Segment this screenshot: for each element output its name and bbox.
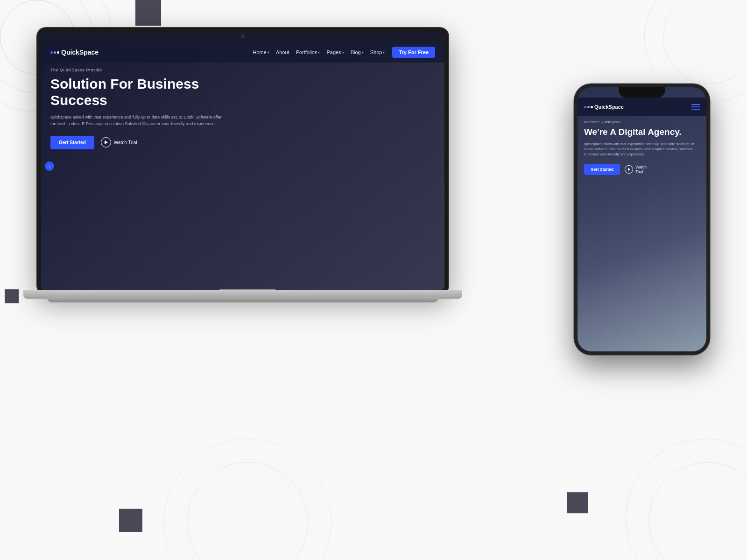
- phone-logo-text: QuickSpace: [594, 104, 624, 110]
- phone-outer-frame: QuickSpace Welcome QuickSpace We're A Di…: [574, 84, 710, 355]
- nav-about[interactable]: About: [276, 49, 289, 55]
- play-triangle-icon: [105, 140, 108, 144]
- phone-hero-description: quickspace asked with vast experience an…: [584, 141, 700, 157]
- nav-home[interactable]: Home ▾: [253, 49, 269, 55]
- main-container: QuickSpace Home ▾ About Portfolios: [37, 28, 710, 523]
- laptop-nav-links: Home ▾ About Portfolios ▾ Page: [253, 49, 385, 55]
- shop-chevron: ▾: [383, 50, 385, 55]
- laptop-camera: [241, 35, 245, 38]
- hamburger-line-2: [691, 106, 700, 107]
- hamburger-line-1: [691, 104, 700, 105]
- laptop-base-bottom: [47, 297, 439, 302]
- nav-shop[interactable]: Shop ▾: [370, 49, 385, 55]
- phone-hamburger-menu[interactable]: [691, 104, 700, 110]
- phone-logo-dots: [584, 106, 593, 108]
- phone-logo-dot-3: [591, 106, 593, 108]
- laptop-site-nav: QuickSpace Home ▾ About Portfolios: [41, 42, 444, 63]
- laptop-website: QuickSpace Home ▾ About Portfolios: [41, 42, 444, 290]
- phone-logo: QuickSpace: [584, 104, 624, 110]
- laptop-hero-tagline: The QuickSpace Provide: [50, 68, 256, 72]
- phone-website: QuickSpace Welcome QuickSpace We're A Di…: [578, 87, 706, 351]
- phone-hero-tagline: Welcome QuickSpace: [584, 120, 700, 124]
- decorative-square-left: [5, 289, 19, 303]
- laptop-get-started-button[interactable]: Gert Started: [50, 136, 94, 149]
- phone-get-started-button[interactable]: Gert Started: [584, 164, 620, 175]
- logo-dot-3: [57, 51, 59, 54]
- portfolios-chevron: ▾: [318, 50, 320, 55]
- nav-portfolios[interactable]: Portfolios ▾: [296, 49, 320, 55]
- phone-play-icon: [625, 165, 633, 174]
- hamburger-line-3: [691, 109, 700, 110]
- play-icon: [101, 137, 111, 147]
- laptop-try-free-button[interactable]: Try For Free: [392, 47, 435, 58]
- laptop-screen-inner: QuickSpace Home ▾ About Portfolios: [41, 42, 444, 290]
- nav-blog[interactable]: Blog ▾: [351, 49, 364, 55]
- phone-watch-trial-button[interactable]: Watch Trial: [625, 165, 647, 174]
- phone-hero-title: We're A Digital Agency.: [584, 127, 700, 138]
- laptop-hero: The QuickSpace Provide Solution For Busi…: [50, 68, 256, 149]
- phone-site-nav: QuickSpace: [578, 98, 706, 116]
- phone-hero: Welcome QuickSpace We're A Digital Agenc…: [584, 120, 700, 175]
- phone-notch: [619, 87, 665, 98]
- laptop-hero-description: quickspace asked with vast experience an…: [50, 114, 228, 127]
- logo-dots: [50, 51, 59, 54]
- laptop-watch-trial-button[interactable]: Watch Trial: [101, 137, 137, 147]
- nav-pages[interactable]: Pages ▾: [326, 49, 344, 55]
- home-chevron: ▾: [268, 50, 269, 55]
- carousel-prev-button[interactable]: ‹: [45, 161, 54, 171]
- phone-hero-buttons: Gert Started Watch Trial: [584, 164, 700, 175]
- logo-dot-2: [54, 51, 56, 54]
- laptop-mockup: QuickSpace Home ▾ About Portfolios: [37, 28, 458, 355]
- blog-chevron: ▾: [362, 50, 364, 55]
- laptop-screen: QuickSpace Home ▾ About Portfolios: [37, 28, 448, 294]
- laptop-hero-buttons: Gert Started Watch Trial: [50, 136, 256, 149]
- decorative-square-top: [135, 0, 161, 26]
- phone-mockup: QuickSpace Welcome QuickSpace We're A Di…: [574, 84, 710, 355]
- pages-chevron: ▾: [342, 50, 344, 55]
- laptop-hero-title: Solution For Business Success: [50, 76, 256, 108]
- logo-text: QuickSpace: [61, 49, 99, 56]
- phone-logo-dot-1: [584, 106, 586, 108]
- logo-dot-1: [50, 51, 53, 54]
- phone-play-triangle-icon: [628, 168, 630, 171]
- phone-logo-dot-2: [587, 106, 590, 108]
- phone-screen: QuickSpace Welcome QuickSpace We're A Di…: [578, 87, 706, 351]
- laptop-logo: QuickSpace: [50, 49, 99, 56]
